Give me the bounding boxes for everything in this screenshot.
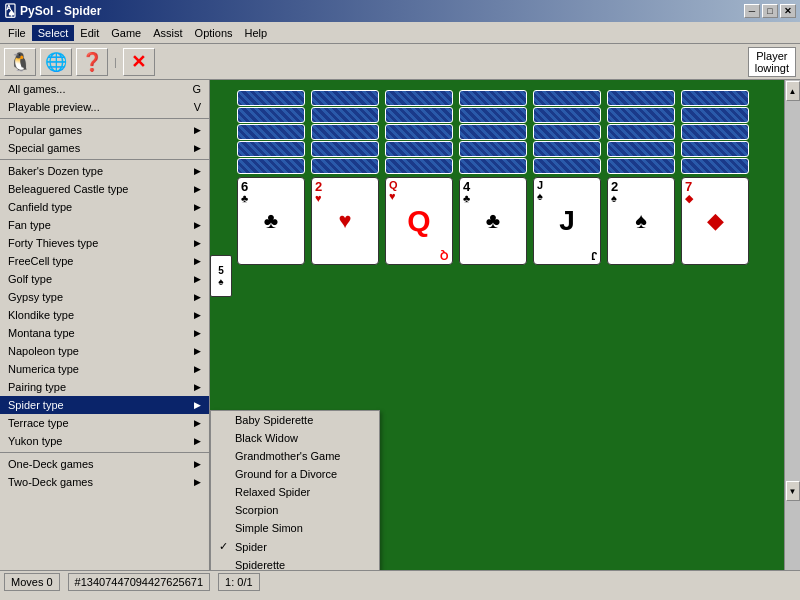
card-qhearts[interactable]: Q ♥ Q Q <box>385 177 453 265</box>
card-6clubs[interactable]: 6 ♣ ♣ <box>237 177 305 265</box>
title-bar: 🂡 PySol - Spider ─ □ ✕ <box>0 0 800 22</box>
submenu-relaxed-spider[interactable]: Relaxed Spider <box>211 483 379 501</box>
menu-playable-preview[interactable]: Playable preview...V <box>0 98 209 116</box>
spider-submenu: Baby Spiderette Black Widow Grandmother'… <box>210 410 380 570</box>
menu-game[interactable]: Game <box>105 25 147 41</box>
status-bar: Moves 0 #13407447094427625671 1: 0/1 <box>0 570 800 592</box>
menu-options[interactable]: Options <box>189 25 239 41</box>
col-7: 7 ◆ ◆ <box>681 90 749 265</box>
window-icon: 🂡 <box>4 4 16 18</box>
menu-canfield[interactable]: Canfield type▶ <box>0 198 209 216</box>
fraction-status: 1: 0/1 <box>218 573 260 591</box>
menu-edit[interactable]: Edit <box>74 25 105 41</box>
submenu-grandmothers-game[interactable]: Grandmother's Game <box>211 447 379 465</box>
menu-all-games[interactable]: All games...G <box>0 80 209 98</box>
col-3: Q ♥ Q Q <box>385 90 453 265</box>
menu-beleaguered[interactable]: Beleaguered Castle type▶ <box>0 180 209 198</box>
close-button[interactable]: ✕ <box>780 4 796 18</box>
menu-one-deck[interactable]: One-Deck games▶ <box>0 455 209 473</box>
side-card-rank: 5 <box>218 265 224 276</box>
submenu-ground-for-divorce[interactable]: Ground for a Divorce <box>211 465 379 483</box>
menu-popular-games[interactable]: Popular games▶ <box>0 121 209 139</box>
help-button[interactable]: ❓ <box>76 48 108 76</box>
menu-bar: File Select Edit Game Assist Options Hel… <box>0 22 800 44</box>
card-7diamonds[interactable]: 7 ◆ ◆ <box>681 177 749 265</box>
menu-forty-thieves[interactable]: Forty Thieves type▶ <box>0 234 209 252</box>
game-area: 5 ♠ All games...G Playable preview...V P… <box>0 80 800 570</box>
menu-spider-type[interactable]: Spider type▶ <box>0 396 209 414</box>
menu-terrace[interactable]: Terrace type▶ <box>0 414 209 432</box>
card-jspades[interactable]: J ♠ J J <box>533 177 601 265</box>
menu-fan[interactable]: Fan type▶ <box>0 216 209 234</box>
col-5: J ♠ J J <box>533 90 601 265</box>
menu-file[interactable]: File <box>2 25 32 41</box>
menu-assist[interactable]: Assist <box>147 25 188 41</box>
card-4clubs[interactable]: 4 ♣ ♣ <box>459 177 527 265</box>
toolbar: 🐧 🌐 ❓ | ✕ Player lowingt <box>0 44 800 80</box>
card-2hearts[interactable]: 2 ♥ ♥ <box>311 177 379 265</box>
moves-status: Moves 0 <box>4 573 60 591</box>
menu-numerica[interactable]: Numerica type▶ <box>0 360 209 378</box>
globe-button[interactable]: 🌐 <box>40 48 72 76</box>
exit-button[interactable]: ✕ <box>123 48 155 76</box>
submenu-spiderette[interactable]: Spiderette <box>211 556 379 570</box>
maximize-button[interactable]: □ <box>762 4 778 18</box>
menu-help[interactable]: Help <box>239 25 274 41</box>
submenu-simple-simon[interactable]: Simple Simon <box>211 519 379 537</box>
submenu-spider[interactable]: ✓ Spider <box>211 537 379 556</box>
menu-gypsy[interactable]: Gypsy type▶ <box>0 288 209 306</box>
submenu-baby-spiderette[interactable]: Baby Spiderette <box>211 411 379 429</box>
player-label: Player <box>755 50 789 62</box>
card-2spades[interactable]: 2 ♠ ♠ <box>607 177 675 265</box>
game-menu: All games...G Playable preview...V Popul… <box>0 80 210 570</box>
hash-status: #13407447094427625671 <box>68 573 210 591</box>
menu-two-deck[interactable]: Two-Deck games▶ <box>0 473 209 491</box>
top-card-row: 6 ♣ ♣ 2 ♥ ♥ <box>237 90 749 265</box>
side-card-suit: ♠ <box>218 276 223 287</box>
menu-yukon[interactable]: Yukon type▶ <box>0 432 209 450</box>
menu-klondike[interactable]: Klondike type▶ <box>0 306 209 324</box>
col-1: 6 ♣ ♣ <box>237 90 305 265</box>
linux-button[interactable]: 🐧 <box>4 48 36 76</box>
menu-bakers-dozen[interactable]: Baker's Dozen type▶ <box>0 162 209 180</box>
menu-freecell[interactable]: FreeCell type▶ <box>0 252 209 270</box>
submenu-scorpion[interactable]: Scorpion <box>211 501 379 519</box>
col-4: 4 ♣ ♣ <box>459 90 527 265</box>
player-info: Player lowingt <box>748 47 796 77</box>
side-card-marker: 5 ♠ <box>210 255 232 297</box>
col-6: 2 ♠ ♠ <box>607 90 675 265</box>
menu-golf[interactable]: Golf type▶ <box>0 270 209 288</box>
scrollbar[interactable]: ▲ ▼ <box>784 80 800 570</box>
window-title: PySol - Spider <box>20 4 101 18</box>
menu-select[interactable]: Select <box>32 25 75 41</box>
menu-special-games[interactable]: Special games▶ <box>0 139 209 157</box>
submenu-black-widow[interactable]: Black Widow <box>211 429 379 447</box>
player-name: lowingt <box>755 62 789 74</box>
menu-napoleon[interactable]: Napoleon type▶ <box>0 342 209 360</box>
menu-montana[interactable]: Montana type▶ <box>0 324 209 342</box>
minimize-button[interactable]: ─ <box>744 4 760 18</box>
col-2: 2 ♥ ♥ <box>311 90 379 265</box>
menu-pairing[interactable]: Pairing type▶ <box>0 378 209 396</box>
